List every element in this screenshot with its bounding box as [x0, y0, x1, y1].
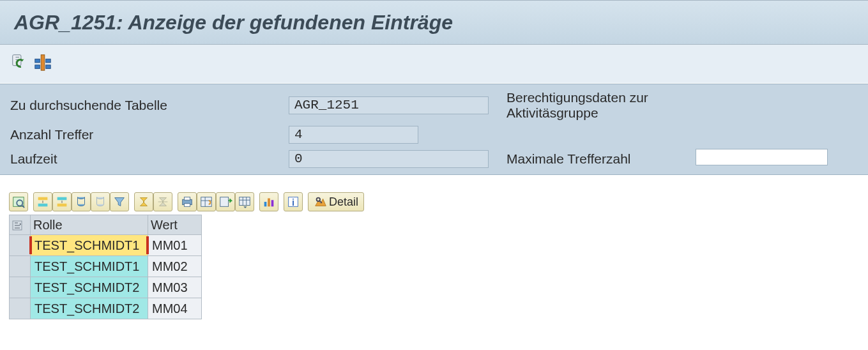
cell-role[interactable]: TEST_SCHMIDT1 [31, 235, 148, 256]
svg-rect-20 [220, 197, 229, 207]
svg-rect-16 [184, 204, 190, 207]
cell-wert[interactable]: MM03 [148, 277, 202, 298]
cell-role[interactable]: TEST_SCHMIDT1 [31, 256, 148, 277]
cell-role[interactable]: TEST_SCHMIDT2 [31, 277, 148, 298]
layout-button[interactable] [197, 192, 216, 211]
cell-role[interactable]: TEST_SCHMIDT2 [31, 298, 148, 319]
fields-icon[interactable] [33, 53, 52, 75]
table-desc: Berechtigungsdaten zur Aktivitäsgruppe [506, 90, 648, 120]
select-all-handle[interactable] [10, 215, 31, 235]
refresh-icon[interactable] [10, 53, 29, 75]
find-button[interactable] [72, 192, 91, 211]
svg-rect-1 [41, 54, 45, 70]
result-grid: Rolle Wert TEST_SCHMIDT1MM01TEST_SCHMIDT… [9, 215, 202, 319]
column-header-wert[interactable]: Wert [148, 215, 202, 235]
row-select-handle[interactable] [10, 235, 31, 256]
svg-rect-27 [271, 200, 274, 206]
svg-rect-15 [184, 197, 190, 201]
cell-wert[interactable]: MM02 [148, 256, 202, 277]
hits-label: Anzahl Treffer [10, 127, 93, 142]
row-select-handle[interactable] [10, 256, 31, 277]
svg-rect-26 [268, 199, 270, 207]
svg-rect-4 [35, 65, 40, 68]
sum-button[interactable] [134, 192, 153, 211]
svg-rect-5 [46, 65, 51, 68]
page-title: AGR_1251: Anzeige der gefundenen Einträg… [14, 11, 453, 34]
grid-header-row: Rolle Wert [10, 215, 202, 235]
svg-rect-11 [57, 197, 67, 201]
hits-value: 4 [289, 126, 418, 144]
column-header-role[interactable]: Rolle [31, 215, 148, 235]
table-row[interactable]: TEST_SCHMIDT2MM03 [10, 277, 202, 298]
info-button[interactable]: i [284, 192, 303, 211]
bar-chart-button[interactable] [259, 192, 278, 211]
svg-rect-2 [35, 59, 40, 63]
runtime-label: Laufzeit [10, 151, 57, 166]
details-button[interactable] [9, 192, 28, 211]
print-button[interactable] [178, 192, 197, 211]
selection-parameters: Zu durchsuchende Tabelle AGR_1251 Berech… [0, 84, 868, 175]
table-label: Zu durchsuchende Tabelle [10, 98, 167, 112]
app-toolbar [0, 45, 868, 84]
export-button[interactable] [216, 192, 235, 211]
svg-rect-3 [46, 59, 51, 63]
row-select-handle[interactable] [10, 298, 31, 319]
cell-wert[interactable]: MM01 [148, 235, 202, 256]
svg-rect-9 [38, 197, 48, 201]
svg-text:i: i [292, 197, 294, 208]
table-row[interactable]: TEST_SCHMIDT1MM02 [10, 256, 202, 277]
title-bar: AGR_1251: Anzeige der gefundenen Einträg… [0, 0, 868, 45]
detail-button[interactable]: Detail [308, 192, 364, 211]
maxhits-label: Maximale Trefferzahl [506, 151, 631, 166]
row-select-handle[interactable] [10, 277, 31, 298]
choose-layout-button[interactable] [235, 192, 254, 211]
svg-rect-21 [240, 197, 250, 206]
runtime-value: 0 [289, 150, 489, 168]
subtotal-button[interactable] [153, 192, 172, 211]
svg-rect-25 [264, 202, 267, 206]
table-row[interactable]: TEST_SCHMIDT2MM04 [10, 298, 202, 319]
maxhits-input[interactable] [696, 149, 828, 165]
filter-button[interactable] [110, 192, 129, 211]
detail-button-label: Detail [329, 195, 358, 209]
sort-desc-button[interactable] [52, 192, 72, 211]
cell-wert[interactable]: MM04 [148, 298, 202, 319]
table-row[interactable]: TEST_SCHMIDT1MM01 [10, 235, 202, 256]
alv-toolbar: i Detail [9, 191, 868, 213]
sort-asc-button[interactable] [33, 192, 52, 211]
find-next-button[interactable] [91, 192, 110, 211]
svg-rect-12 [57, 204, 67, 207]
table-value: AGR_1251 [289, 96, 489, 114]
svg-rect-10 [38, 204, 48, 207]
